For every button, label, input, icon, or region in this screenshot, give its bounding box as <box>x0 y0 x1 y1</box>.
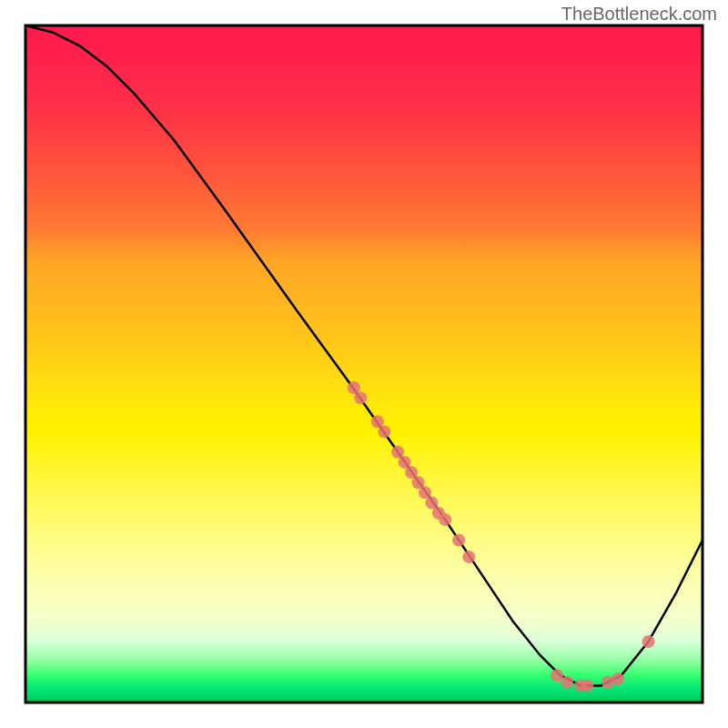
scatter-point <box>561 676 573 689</box>
scatter-point <box>378 425 390 438</box>
plot-border <box>25 25 703 703</box>
scatter-point <box>612 672 624 685</box>
watermark-label: TheBottleneck.com <box>561 4 717 25</box>
scatter-point <box>452 533 465 546</box>
scatter-point <box>462 551 475 563</box>
chart-container: TheBottleneck.com <box>0 0 728 728</box>
scatter-points-group <box>348 381 655 692</box>
scatter-point <box>439 513 451 526</box>
scatter-point <box>354 391 367 404</box>
scatter-point <box>642 635 654 648</box>
bottleneck-curve <box>25 25 703 685</box>
scatter-point <box>581 679 594 692</box>
chart-svg <box>24 24 704 704</box>
